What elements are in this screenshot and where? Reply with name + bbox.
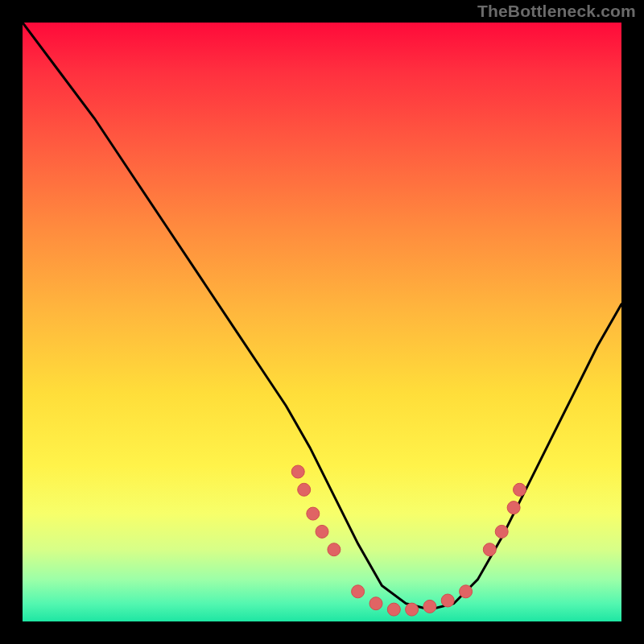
curve-dot	[460, 585, 473, 598]
curve-dots-group	[291, 465, 526, 616]
curve-dot	[307, 507, 320, 520]
curve-dot	[298, 483, 311, 496]
bottleneck-curve	[23, 23, 621, 609]
curve-dot	[369, 597, 382, 610]
curve-dot	[423, 600, 436, 613]
chart-frame	[23, 23, 621, 621]
curve-dot	[495, 525, 508, 538]
curve-dot	[406, 603, 419, 616]
curve-dot	[328, 543, 341, 556]
curve-dot	[507, 502, 520, 514]
curve-dot	[387, 603, 400, 616]
curve-dot	[514, 483, 526, 496]
chart-svg	[23, 23, 621, 621]
attribution-text: TheBottleneck.com	[477, 2, 636, 21]
curve-dot	[291, 465, 304, 478]
curve-dot	[441, 594, 454, 607]
curve-dot	[316, 525, 328, 538]
curve-dot	[352, 585, 365, 598]
curve-dot	[483, 543, 496, 556]
